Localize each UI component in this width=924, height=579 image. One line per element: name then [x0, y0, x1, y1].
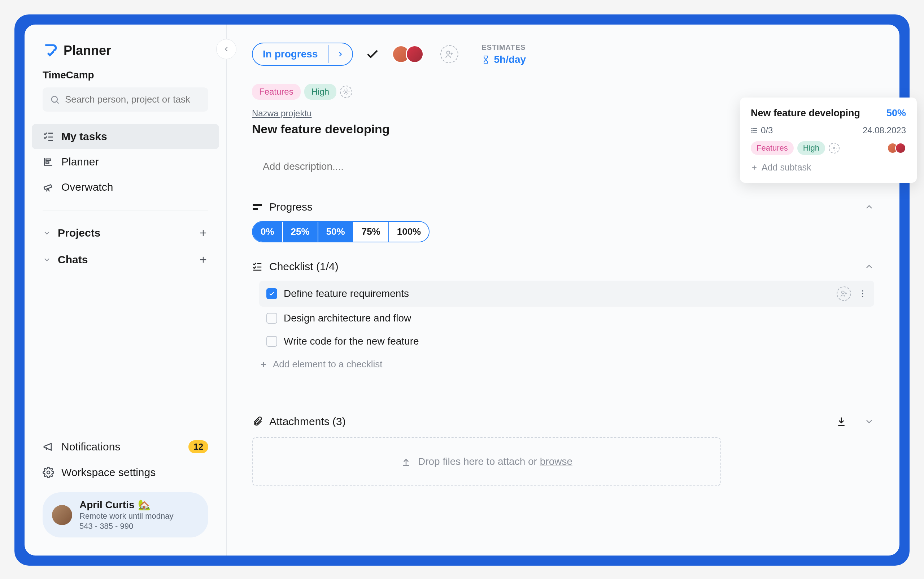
card-title: New feature developing [751, 108, 860, 119]
tag-high[interactable]: High [797, 141, 825, 155]
nav-label: Notifications [61, 441, 120, 453]
avatar[interactable] [895, 143, 906, 154]
checklist-icon [252, 261, 263, 272]
user-card[interactable]: April Curtis🏡 Remote work until modnay 5… [42, 492, 208, 538]
hourglass-icon [481, 55, 490, 64]
user-emoji: 🏡 [138, 499, 150, 511]
estimates: ESTIMATES 5h/day [481, 43, 526, 65]
status-next-button[interactable] [328, 45, 352, 63]
plus-icon [259, 360, 268, 369]
svg-point-19 [345, 91, 347, 93]
nav-label: My tasks [61, 131, 107, 143]
progress-button-50%[interactable]: 50% [318, 222, 354, 242]
status-label: In progress [253, 43, 328, 65]
app-logo[interactable]: Planner [24, 43, 226, 69]
section-label: Chats [58, 254, 88, 266]
download-icon[interactable] [836, 416, 847, 427]
sidebar-chats[interactable]: Chats [24, 246, 226, 273]
description-input[interactable] [259, 154, 707, 179]
progress-button-0%[interactable]: 0% [253, 222, 283, 242]
svg-point-35 [752, 132, 753, 132]
svg-line-10 [48, 188, 49, 191]
nav-label: Workspace settings [61, 466, 156, 479]
nav-label: Overwatch [61, 181, 113, 193]
workspace-name[interactable]: TimeCamp [24, 69, 226, 87]
checklist-item[interactable]: Design architecture and flow [259, 307, 874, 330]
svg-point-0 [52, 96, 57, 102]
progress-icon [252, 201, 263, 213]
svg-point-25 [842, 291, 844, 294]
chevron-down-icon[interactable] [864, 417, 874, 427]
search-field[interactable] [65, 94, 201, 105]
chevron-right-icon [336, 50, 344, 58]
dropzone[interactable]: Drop files here to attach or browse [252, 437, 721, 486]
assign-button[interactable] [837, 286, 851, 301]
nav-my-tasks[interactable]: My tasks [32, 124, 219, 149]
nav-planner[interactable]: Planner [32, 149, 219, 175]
paperclip-icon [252, 416, 263, 427]
plus-icon[interactable] [198, 228, 208, 238]
collapse-sidebar-button[interactable] [216, 39, 236, 59]
divider [42, 425, 208, 425]
progress-button-25%[interactable]: 25% [283, 222, 318, 242]
sidebar: Planner TimeCamp My tasks Planner Overwa… [24, 25, 227, 556]
tag-high[interactable]: High [304, 84, 336, 100]
add-subtask-button[interactable]: Add subtask [751, 162, 906, 173]
svg-point-15 [47, 471, 50, 474]
add-element-label: Add element to a checklist [273, 359, 383, 370]
svg-point-34 [752, 130, 753, 131]
nav-workspace-settings[interactable]: Workspace settings [32, 460, 219, 485]
task-card[interactable]: New feature developing 50% 0/3 24.08.202… [740, 98, 917, 183]
status-button[interactable]: In progress [252, 43, 353, 66]
user-status: Remote work until modnay [80, 512, 173, 521]
svg-point-33 [752, 128, 753, 129]
checklist-item-text: Define feature requirements [284, 288, 409, 299]
chevron-up-icon[interactable] [864, 262, 874, 272]
assignees[interactable] [392, 45, 424, 63]
add-assignee-button[interactable] [440, 45, 458, 63]
progress-button-75%[interactable]: 75% [354, 222, 389, 242]
tag-features[interactable]: Features [751, 141, 794, 155]
checklist-item[interactable]: Define feature requirements⋮ [259, 281, 874, 307]
gear-icon [831, 145, 837, 151]
telescope-icon [42, 182, 54, 193]
nav-overwatch[interactable]: Overwatch [32, 175, 219, 200]
check-icon[interactable] [365, 47, 380, 61]
nav-notifications[interactable]: Notifications 12 [32, 434, 219, 460]
drop-text: Drop files here to attach or [418, 456, 540, 467]
more-button[interactable]: ⋮ [858, 289, 867, 299]
gear-icon [42, 467, 54, 478]
chevron-up-icon[interactable] [864, 202, 874, 212]
tag-features[interactable]: Features [252, 84, 301, 100]
add-tag-button[interactable] [340, 86, 352, 98]
sidebar-projects[interactable]: Projects [24, 219, 226, 246]
plus-icon[interactable] [198, 255, 208, 265]
tasks-icon [42, 131, 54, 142]
checkbox[interactable] [266, 336, 277, 347]
search-input[interactable] [42, 87, 208, 111]
svg-rect-8 [46, 162, 49, 163]
progress-button-100%[interactable]: 100% [389, 222, 429, 242]
svg-point-16 [447, 51, 450, 54]
chevron-left-icon [222, 45, 230, 53]
chart-icon [42, 156, 54, 168]
svg-rect-20 [253, 204, 262, 206]
browse-link[interactable]: browse [540, 456, 572, 467]
user-name: April Curtis [80, 499, 134, 511]
user-plus-icon [445, 49, 454, 59]
card-percent: 50% [887, 108, 906, 119]
divider [42, 211, 208, 211]
checkbox[interactable] [266, 288, 277, 299]
checklist-item-text: Design architecture and flow [284, 312, 411, 324]
progress-buttons: 0%25%50%75%100% [252, 221, 430, 242]
card-subtask-count: 0/3 [751, 125, 773, 136]
estimates-value[interactable]: 5h/day [481, 54, 526, 65]
list-icon [751, 127, 758, 134]
gear-icon [342, 88, 350, 95]
add-checklist-item[interactable]: Add element to a checklist [252, 353, 874, 376]
add-tag-button[interactable] [829, 143, 839, 154]
checkbox[interactable] [266, 313, 277, 324]
chevron-down-icon [42, 255, 51, 264]
checklist-item[interactable]: Write code for the new feature [259, 330, 874, 353]
avatar[interactable] [406, 45, 424, 63]
